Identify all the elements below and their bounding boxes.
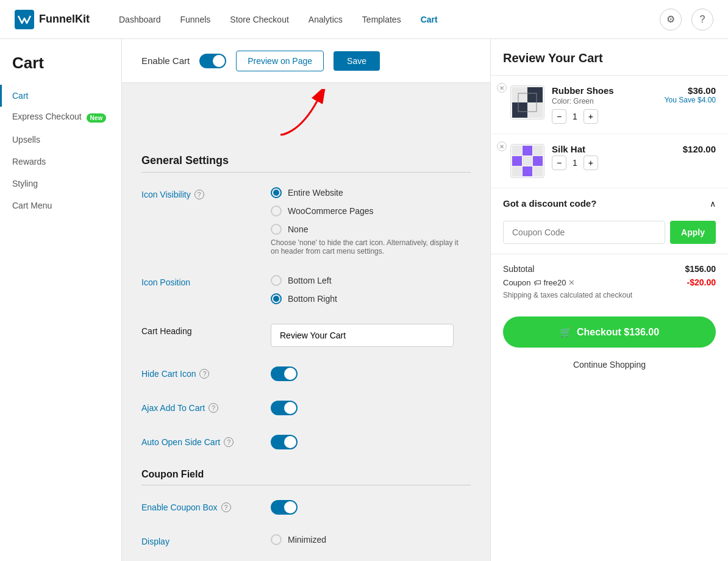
express-checkout-badge: New [87,113,107,123]
subtotal-row: Subtotal $156.00 [503,264,716,274]
svg-rect-13 [512,166,522,176]
ajax-add-to-cart-row: Ajax Add To Cart ? [141,401,471,415]
svg-rect-15 [533,166,543,176]
nav-analytics[interactable]: Analytics [309,12,343,27]
icon-visibility-options: Entire Website WooCommerce Pages None [271,187,466,255]
radio-bottom-right[interactable]: Bottom Right [271,293,337,304]
radio-group-visibility: Entire Website WooCommerce Pages None [271,187,466,235]
content-area: Enable Cart Preview on Page Save [122,39,490,561]
silk-hat-details: Silk Hat − 1 + [552,144,676,170]
coupon-code-input[interactable] [503,221,665,244]
coupon-divider [141,485,471,485]
sidebar-item-rewards[interactable]: Rewards [0,151,121,173]
sidebar-item-cart[interactable]: Cart [0,85,121,107]
silk-hat-name: Silk Hat [552,144,676,154]
ajax-add-to-cart-toggle[interactable] [271,401,298,415]
sidebar-item-express-checkout[interactable]: Express Checkout New [0,107,121,129]
continue-shopping-link[interactable]: Continue Shopping [491,355,728,374]
enable-cart-label: Enable Cart [141,55,190,66]
coupon-label: Coupon 🏷 free20 ✕ [503,277,575,287]
svg-rect-11 [523,156,532,166]
radio-woocommerce-pages[interactable]: WooCommerce Pages [271,205,466,216]
top-navigation: FunnelKit Dashboard Funnels Store Checko… [0,0,728,39]
rubber-shoes-price: $36.00 You Save $4.00 [665,85,716,104]
cart-totals: Subtotal $156.00 Coupon 🏷 free20 ✕ -$20.… [491,254,728,312]
express-checkout-label: Express Checkout [12,112,82,121]
rubber-shoes-image [510,85,544,120]
nav-items: Dashboard Funnels Store Checkout Analyti… [119,12,640,27]
ajax-help-icon[interactable]: ? [209,403,218,413]
settings-icon-button[interactable]: ⚙ [660,9,682,30]
cart-item-silk-hat: ✕ Silk Hat [491,134,728,188]
rubber-shoes-details: Rubber Shoes Color: Green − 1 + [552,85,657,124]
hide-cart-icon-label: Hide Cart Icon ? [141,366,251,379]
preview-button[interactable]: Preview on Page [236,51,324,71]
sidebar-item-upsells[interactable]: Upsells [0,129,121,151]
icon-visibility-help-text: Choose 'none' to hide the cart icon. Alt… [271,238,466,255]
nav-templates[interactable]: Templates [362,12,401,27]
radio-minimized[interactable]: Minimized [271,534,326,545]
rubber-shoes-name: Rubber Shoes [552,85,657,96]
icon-visibility-help-icon[interactable]: ? [194,190,204,199]
auto-open-side-cart-toggle[interactable] [271,435,298,449]
section-divider [141,172,471,173]
silk-hat-qty-increase[interactable]: + [583,155,598,170]
radio-none-label: None [288,224,308,234]
enable-coupon-help[interactable]: ? [221,502,231,512]
silk-hat-qty-decrease[interactable]: − [552,155,566,170]
nav-dashboard[interactable]: Dashboard [119,12,161,27]
cart-heading-label: Cart Heading [141,324,251,336]
hide-cart-icon-toggle[interactable] [271,366,298,381]
nav-cart[interactable]: Cart [421,12,438,27]
sidebar-item-cart-menu[interactable]: Cart Menu [0,195,121,216]
radio-entire-website[interactable]: Entire Website [271,187,466,198]
general-settings-title: General Settings [141,154,471,167]
settings-content: General Settings Icon Visibility ? Entir… [122,140,490,561]
nav-store-checkout[interactable]: Store Checkout [230,12,289,27]
checkout-button[interactable]: 🛒 Checkout $136.00 [503,316,716,348]
rubber-shoes-price-value: $36.00 [665,85,716,96]
enable-cart-toggle[interactable] [199,54,226,68]
logo[interactable]: FunnelKit [15,10,90,29]
coupon-row: Coupon 🏷 free20 ✕ -$20.00 [503,277,716,287]
logo-text: FunnelKit [39,13,90,26]
icon-visibility-label: Icon Visibility ? [141,187,251,199]
silk-hat-qty-value: 1 [573,158,577,168]
enable-coupon-box-toggle[interactable] [271,500,298,515]
discount-title: Got a discount code? [503,198,596,209]
checkout-button-label: Checkout $136.00 [577,327,659,338]
enable-coupon-box-label: Enable Coupon Box ? [141,500,251,512]
nav-funnels[interactable]: Funnels [180,12,211,27]
silk-hat-quantity-control: − 1 + [552,155,676,170]
save-button[interactable]: Save [334,51,380,71]
rubber-shoes-qty-decrease[interactable]: − [552,109,566,124]
logo-icon [15,10,34,29]
svg-rect-9 [533,146,543,155]
remove-silk-hat-button[interactable]: ✕ [497,141,507,151]
radio-entire-website-circle [271,187,282,198]
cart-icon: 🛒 [560,326,572,338]
apply-coupon-button[interactable]: Apply [670,221,716,244]
cart-heading-input[interactable] [271,324,454,347]
remove-coupon-button[interactable]: ✕ [568,278,575,287]
svg-rect-5 [527,102,543,118]
discount-header[interactable]: Got a discount code? ∧ [491,188,728,218]
rubber-shoes-qty-increase[interactable]: + [583,109,598,124]
remove-rubber-shoes-button[interactable]: ✕ [497,83,507,93]
help-icon-button[interactable]: ? [691,9,713,30]
auto-open-help-icon[interactable]: ? [224,437,234,447]
svg-rect-4 [512,102,527,118]
hide-cart-icon-help[interactable]: ? [199,369,209,379]
rubber-shoes-quantity-control: − 1 + [552,109,657,124]
radio-bottom-left[interactable]: Bottom Left [271,275,337,286]
radio-minimized-circle [271,534,282,545]
right-panel-header: Review Your Cart [491,39,728,76]
radio-none[interactable]: None [271,224,466,235]
nav-icons: ⚙ ? [660,9,713,30]
arrow-indicator [122,83,490,140]
cart-item-rubber-shoes: ✕ Rubber Shoes Color: Green − 1 [491,76,728,134]
sidebar-item-styling[interactable]: Styling [0,173,121,195]
auto-open-side-cart-row: Auto Open Side Cart ? [141,435,471,449]
svg-rect-14 [523,166,532,176]
svg-rect-3 [527,87,543,102]
